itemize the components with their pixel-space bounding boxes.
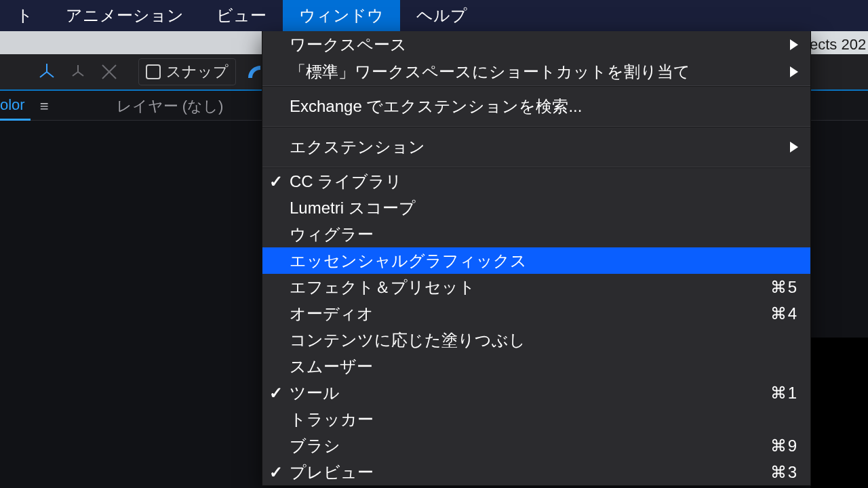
menu-tools[interactable]: ✓ ツール ⌘1 xyxy=(262,380,810,406)
menu-item-label: ワークスペース xyxy=(290,34,407,56)
menu-item-label: 「標準」ワークスペースにショートカットを割り当て xyxy=(290,61,690,83)
menu-shortcut: ⌘9 xyxy=(770,436,798,455)
menu-shortcut: ⌘1 xyxy=(770,384,798,403)
menu-content-aware-fill[interactable]: コンテンツに応じた塗りつぶし xyxy=(262,327,810,353)
menu-shortcut: ⌘3 xyxy=(770,463,798,482)
menu-effects-presets[interactable]: エフェクト＆プリセット ⌘5 xyxy=(262,274,810,300)
menu-smoother[interactable]: スムーザー xyxy=(262,353,810,380)
menu-item-label: ウィグラー xyxy=(290,224,374,245)
submenu-arrow-icon xyxy=(790,142,798,152)
window-menu-dropdown: ワークスペース 「標準」ワークスペースにショートカットを割り当て Exchang… xyxy=(262,31,811,486)
menu-cc-libraries[interactable]: ✓ CC ライブラリ xyxy=(262,168,810,195)
menu-item-label: トラッカー xyxy=(290,409,374,430)
menu-item-label: CC ライブラリ xyxy=(290,171,402,192)
axis-local-icon[interactable] xyxy=(62,57,94,87)
menu-item-label: プレビュー xyxy=(290,462,374,483)
axis-xyz-icon[interactable] xyxy=(31,57,62,87)
menu-window[interactable]: ウィンドウ xyxy=(283,0,400,31)
menu-audio[interactable]: オーディオ ⌘4 xyxy=(262,300,810,327)
menu-workspace[interactable]: ワークスペース xyxy=(262,31,810,58)
menu-shortcut: ⌘5 xyxy=(770,278,798,297)
menu-item-label: エフェクト＆プリセット xyxy=(290,277,475,298)
axis-view-icon[interactable] xyxy=(94,57,125,87)
check-icon: ✓ xyxy=(269,384,283,403)
snap-toggle[interactable]: スナップ xyxy=(138,58,236,85)
menu-item-label: エッセンシャルグラフィックス xyxy=(290,250,527,272)
check-icon: ✓ xyxy=(269,172,283,191)
menu-help[interactable]: ヘルプ xyxy=(400,0,484,31)
snap-label: スナップ xyxy=(166,62,229,82)
menu-item-label: エクステンション xyxy=(290,136,425,158)
menu-preview[interactable]: ✓ プレビュー ⌘3 xyxy=(262,459,810,485)
menu-item-label: Lumetri スコープ xyxy=(290,197,416,219)
menu-item-label: オーディオ xyxy=(290,303,374,325)
menu-shortcut: ⌘4 xyxy=(770,304,798,323)
menu-tracker[interactable]: トラッカー xyxy=(262,406,810,432)
menu-item-label: スムーザー xyxy=(290,356,373,378)
menu-wiggler[interactable]: ウィグラー xyxy=(262,221,810,247)
menu-item-label: コンテンツに応じた塗りつぶし xyxy=(290,329,526,351)
tab-color[interactable]: olor xyxy=(0,92,31,121)
check-icon: ✓ xyxy=(269,463,283,482)
submenu-arrow-icon xyxy=(790,39,798,50)
snap-checkbox-icon xyxy=(146,64,161,79)
menu-extensions[interactable]: エクステンション xyxy=(262,127,810,167)
menu-animation[interactable]: アニメーション xyxy=(50,0,200,31)
menu-view[interactable]: ビュー xyxy=(200,0,283,31)
menu-item-label: Exchange でエクステンションを検索... xyxy=(290,96,582,117)
menu-find-extensions[interactable]: Exchange でエクステンションを検索... xyxy=(262,87,810,126)
menu-item-label: ツール xyxy=(290,382,340,404)
menu-brush[interactable]: ブラシ ⌘9 xyxy=(262,432,810,459)
menu-item-label: ブラシ xyxy=(290,435,340,457)
viewer-area xyxy=(810,338,868,488)
panel-menu-icon[interactable]: ≡ xyxy=(40,98,49,115)
submenu-arrow-icon xyxy=(790,66,798,77)
layer-panel-label[interactable]: レイヤー (なし) xyxy=(117,96,224,117)
menu-essential-graphics[interactable]: エッセンシャルグラフィックス xyxy=(262,247,810,274)
menu-fragment[interactable]: ト xyxy=(0,0,50,31)
menubar: ト アニメーション ビュー ウィンドウ ヘルプ xyxy=(0,0,868,31)
tab-color-label: olor xyxy=(0,96,25,114)
menu-assign-shortcut[interactable]: 「標準」ワークスペースにショートカットを割り当て xyxy=(262,58,810,85)
menu-lumetri-scopes[interactable]: Lumetri スコープ xyxy=(262,195,810,221)
